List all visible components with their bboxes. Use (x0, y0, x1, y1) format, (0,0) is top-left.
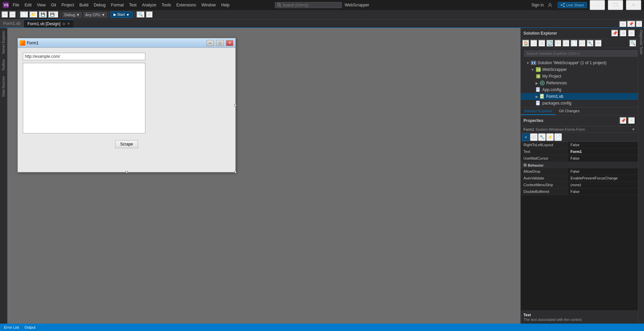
sign-in-link[interactable]: Sign in (532, 3, 544, 7)
prop-value-allowdrop[interactable]: False (568, 168, 638, 175)
tree-my-project[interactable]: ⚙ My Project (521, 73, 638, 80)
prop-value-usewaitcursor[interactable]: False (568, 155, 638, 162)
menu-item-analyze[interactable]: Analyze (139, 1, 159, 9)
tree-project-item[interactable]: ▼ VB WebScrapper (521, 66, 638, 73)
menu-item-file[interactable]: File (10, 1, 22, 9)
prop-value-autovalidate[interactable]: EnablePreventFocusChange (568, 175, 638, 181)
tab-dropdown-button[interactable]: ▼ (619, 21, 627, 28)
se-tb-back[interactable]: ◁ (530, 40, 538, 47)
undo-button[interactable]: ↩ (1, 11, 8, 18)
tab-bar: Form1.vb Form1.vb [Design] ✕ ▼ 📌 ✕ (0, 19, 644, 28)
prop-value-text[interactable]: Form1 (568, 149, 638, 155)
se-tb-collapse[interactable]: ⊟ (562, 40, 570, 47)
se-search-button[interactable]: 🔍 (629, 40, 637, 47)
debug-config-dropdown[interactable]: Debug ▼ (62, 12, 81, 17)
sidebar-toolbox[interactable]: Toolbox (1, 56, 6, 73)
svg-point-7 (561, 4, 562, 6)
toolbar-extra-2[interactable]: ⚙ (146, 11, 153, 18)
tab-form1-design[interactable]: Form1.vb [Design] ✕ (24, 19, 74, 28)
menu-item-help[interactable]: Help (219, 1, 232, 9)
tree-references[interactable]: ▶ References (521, 80, 638, 86)
win-form[interactable]: Form1 ─ □ ✕ Scrape (17, 38, 236, 172)
save-all-button[interactable]: 💾+ (48, 11, 59, 18)
prop-tb-categorized[interactable]: ≡ (522, 133, 530, 141)
start-button[interactable]: ▶ Start ▼ (110, 11, 133, 18)
se-tb-settings2[interactable]: ⚙ (538, 40, 546, 47)
resize-handle-bottom-right[interactable] (234, 171, 236, 173)
menu-item-extensions[interactable]: Extensions (174, 1, 199, 9)
menu-item-window[interactable]: Window (199, 1, 219, 9)
menu-item-project[interactable]: Project (59, 1, 77, 9)
prop-tb-properties[interactable]: 🔧 (538, 133, 546, 141)
tab-close-button[interactable]: ✕ (67, 22, 70, 26)
open-file-button[interactable]: 📁 (29, 11, 38, 18)
se-pin-button[interactable]: 📌 (611, 30, 618, 37)
tab-close-all-button[interactable]: ✕ (636, 20, 643, 28)
menu-item-tools[interactable]: Tools (159, 1, 174, 9)
resize-handle-bottom-center[interactable] (126, 171, 128, 173)
prop-row-rightoleft: RightToLeftLayout False (521, 142, 638, 149)
tree-packages-config[interactable]: packages.config (521, 100, 638, 107)
url-input-field[interactable] (23, 53, 145, 60)
properties-close-button[interactable]: ✕ (628, 117, 635, 124)
se-tab-git-changes[interactable]: Git Changes (556, 108, 583, 115)
platform-dropdown[interactable]: Any CPU ▼ (84, 12, 107, 17)
prop-value-doublebuffered[interactable]: False (568, 189, 638, 195)
search-box[interactable]: Search (Ctrl+Q) (275, 2, 342, 8)
result-textarea[interactable] (23, 63, 145, 133)
prop-tb-alphabetical[interactable]: AZ (530, 133, 538, 141)
redo-button[interactable]: ↪ (9, 11, 16, 18)
sidebar-data-sources[interactable]: Data Sources (1, 74, 6, 99)
live-share-button[interactable]: Live Share (558, 2, 587, 8)
scrape-button[interactable]: Scrape (115, 140, 138, 148)
se-tb-preview[interactable]: 👁 (595, 40, 602, 47)
svg-rect-12 (532, 62, 533, 64)
se-settings-button[interactable]: ⚙ (619, 30, 627, 37)
tab-form1-vb[interactable]: Form1.vb (0, 19, 24, 28)
save-button[interactable]: 💾 (39, 11, 47, 18)
se-tb-home[interactable]: 🏠 (522, 40, 530, 47)
se-tb-files[interactable]: 📄 (570, 40, 578, 47)
tree-app-config[interactable]: App.config (521, 86, 638, 93)
se-tb-code[interactable]: <> (579, 40, 586, 47)
menu-item-format[interactable]: Format (108, 1, 127, 9)
menu-item-edit[interactable]: Edit (22, 1, 34, 9)
status-output[interactable]: Output (23, 325, 37, 329)
new-project-button[interactable]: 📄 (20, 11, 29, 18)
solution-explorer-search[interactable] (524, 50, 637, 56)
prop-tb-events[interactable]: ⚡ (546, 133, 554, 141)
prop-tb-propertypages[interactable]: 📄 (554, 133, 562, 141)
menu-item-test[interactable]: Test (127, 1, 139, 9)
status-error-list[interactable]: Error List (3, 325, 20, 329)
win-form-minimize-button[interactable]: ─ (206, 40, 214, 46)
restore-button[interactable]: ❐ (608, 0, 623, 10)
minimize-button[interactable]: − (590, 0, 605, 10)
menu-item-debug[interactable]: Debug (91, 1, 108, 9)
form-designer[interactable]: Form1 ─ □ ✕ Scrape (7, 28, 520, 324)
tree-form1-vb[interactable]: ▶ vb Form1.vb (521, 93, 638, 100)
toolbar-extra-1[interactable]: 🔍 (136, 11, 145, 18)
diagnostic-tools-label[interactable]: Diagnostic Tools (639, 28, 644, 56)
properties-description: Text The text associated with the contro… (521, 311, 638, 324)
prop-value-contextmenu[interactable]: (none) (568, 182, 638, 188)
properties-header: Properties 📌 ✕ (521, 115, 638, 126)
se-tb-refresh[interactable]: 🔄 (546, 40, 554, 47)
win-form-close-button[interactable]: ✕ (226, 40, 233, 46)
tab-pin-window-button[interactable]: 📌 (627, 20, 636, 28)
tree-solution-item[interactable]: ▼ Solution 'WebScrapper' (1 of 1 project… (521, 59, 638, 66)
menu-item-build[interactable]: Build (77, 1, 91, 9)
se-tb-refresh2[interactable]: ↻ (554, 40, 562, 47)
se-close-button[interactable]: ✕ (628, 30, 635, 37)
menu-item-view[interactable]: View (34, 1, 48, 9)
win-form-restore-button[interactable]: □ (216, 40, 224, 46)
sidebar-server-explorer[interactable]: Server Explorer (1, 28, 6, 56)
properties-object-selector[interactable]: Form1 System.Windows.Forms.Form ▼ (521, 126, 638, 133)
menu-item-git[interactable]: Git (48, 1, 59, 9)
properties-pin-button[interactable]: 📌 (619, 117, 627, 124)
resize-handle-right-center[interactable] (234, 104, 236, 106)
title-bar-right: Sign in Live Share − ❐ ✕ (532, 0, 641, 10)
prop-value-rightoleft[interactable]: False (568, 142, 638, 148)
se-tb-properties[interactable]: 🔧 (587, 40, 594, 47)
close-window-button[interactable]: ✕ (626, 0, 641, 10)
se-tab-solution-explorer[interactable]: Solution Explorer (521, 108, 556, 115)
